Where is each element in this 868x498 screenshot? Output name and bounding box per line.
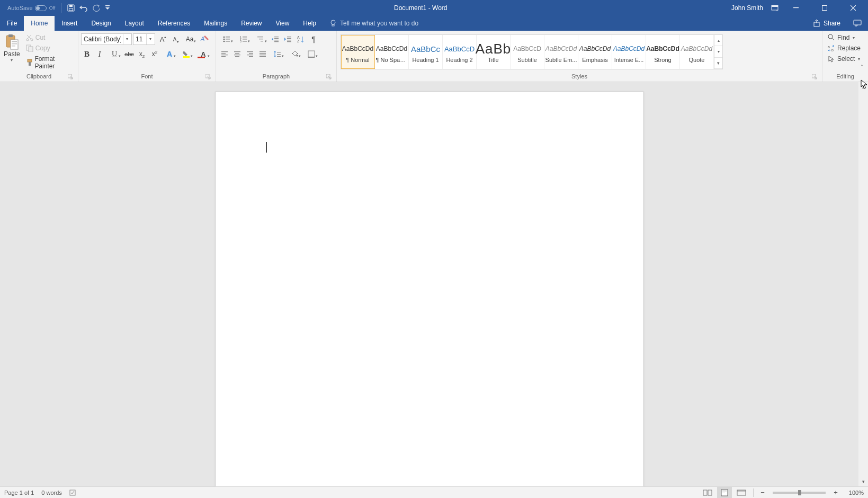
maximize-button[interactable] [813, 0, 836, 16]
clear-formatting-button[interactable]: A [199, 33, 210, 45]
copy-button[interactable]: Copy [23, 43, 75, 54]
collapse-ribbon-button[interactable]: ˄ [857, 63, 866, 71]
align-center-button[interactable] [231, 48, 243, 60]
paragraph-launcher[interactable] [326, 74, 333, 81]
replace-button[interactable]: ab Replace [825, 43, 865, 54]
scroll-down-button[interactable]: ▾ [858, 477, 868, 486]
tab-mailings[interactable]: Mailings [197, 16, 234, 31]
style-item-subtitle[interactable]: AaBbCcDSubtitle [511, 35, 544, 69]
clipboard-launcher[interactable] [68, 74, 74, 81]
underline-button[interactable]: U▾ [106, 48, 122, 60]
print-layout-button[interactable] [717, 487, 732, 499]
tab-references[interactable]: References [151, 16, 197, 31]
show-hide-marks-button[interactable]: ¶ [308, 33, 319, 45]
increase-indent-button[interactable] [282, 33, 294, 45]
font-launcher[interactable] [205, 74, 212, 81]
bold-button[interactable]: B [81, 48, 93, 60]
align-right-button[interactable] [244, 48, 256, 60]
word-count[interactable]: 0 words [41, 490, 62, 496]
save-icon[interactable] [67, 4, 75, 12]
italic-button[interactable]: I [94, 48, 105, 60]
chevron-down-icon[interactable]: ▾ [146, 34, 154, 45]
tab-design[interactable]: Design [84, 16, 118, 31]
shading-button[interactable]: ▾ [287, 48, 302, 60]
ribbon-display-options-icon[interactable] [771, 4, 779, 12]
style-item--no-spac-[interactable]: AaBbCcDd¶ No Spac... [375, 35, 409, 69]
tell-me-search[interactable]: Tell me what you want to do [323, 16, 425, 31]
tab-help[interactable]: Help [296, 16, 323, 31]
style-item-normal[interactable]: AaBbCcDdNormal [341, 35, 375, 69]
highlight-button[interactable]: ▾ [178, 48, 194, 60]
zoom-value[interactable]: 100% [843, 490, 864, 496]
font-name-input[interactable] [82, 34, 123, 45]
chevron-down-icon[interactable]: ▾ [123, 34, 130, 45]
font-size-input[interactable] [133, 34, 146, 45]
strikethrough-button[interactable]: abc [123, 48, 135, 60]
style-item-intense-e-[interactable]: AaBbCcDdIntense E... [612, 35, 646, 69]
grow-font-button[interactable]: A▴ [156, 33, 168, 45]
cut-button[interactable]: Cut [23, 32, 75, 43]
style-item-emphasis[interactable]: AaBbCcDdEmphasis [578, 35, 612, 69]
scrollbar-track[interactable] [858, 92, 868, 477]
minimize-button[interactable] [784, 0, 808, 16]
web-layout-button[interactable] [734, 487, 749, 499]
tab-insert[interactable]: Insert [55, 16, 84, 31]
zoom-slider-thumb[interactable] [798, 490, 801, 495]
change-case-button[interactable]: Aa▾ [182, 33, 198, 45]
find-button[interactable]: Find ▾ [825, 32, 865, 43]
scroll-up-button[interactable]: ▴ [858, 82, 868, 92]
chevron-down-icon[interactable]: ▾ [858, 57, 860, 61]
page-indicator[interactable]: Page 1 of 1 [4, 490, 34, 496]
tab-home[interactable]: Home [24, 16, 55, 31]
zoom-in-button[interactable]: + [831, 488, 840, 496]
multilevel-list-button[interactable]: ▾ [253, 33, 269, 45]
document-area[interactable] [0, 82, 858, 486]
page[interactable] [215, 92, 644, 486]
sort-button[interactable]: AZ [295, 33, 307, 45]
paste-button[interactable]: Paste ▾ [3, 32, 21, 72]
font-name-combo[interactable]: ▾ [81, 33, 132, 45]
style-item-heading-2[interactable]: AaBbCcDHeading 2 [443, 35, 477, 69]
redo-icon[interactable] [92, 4, 101, 12]
share-button[interactable]: Share [807, 16, 847, 31]
decrease-indent-button[interactable] [270, 33, 281, 45]
superscript-button[interactable]: x2 [149, 48, 160, 60]
zoom-slider[interactable] [773, 492, 826, 494]
line-spacing-button[interactable]: ▾ [270, 48, 285, 60]
zoom-out-button[interactable]: − [758, 488, 767, 496]
font-color-button[interactable]: A▾ [195, 48, 211, 60]
close-button[interactable] [842, 0, 865, 16]
vertical-scrollbar[interactable]: ▴ ▾ [858, 82, 868, 486]
tab-file[interactable]: File [0, 16, 24, 31]
subscript-button[interactable]: x2 [136, 48, 148, 60]
style-item-subtle-em-[interactable]: AaBbCcDdSubtle Em... [544, 35, 578, 69]
styles-expand[interactable]: ▾ [714, 58, 722, 69]
format-painter-button[interactable]: Format Painter [23, 54, 75, 72]
comments-button[interactable] [847, 16, 868, 31]
borders-button[interactable]: ▾ [303, 48, 319, 60]
undo-icon[interactable] [79, 4, 88, 12]
style-item-heading-1[interactable]: AaBbCcHeading 1 [409, 35, 443, 69]
styles-scroll-up[interactable]: ▴ [714, 35, 722, 46]
numbering-button[interactable]: 123▾ [236, 33, 252, 45]
autosave-toggle[interactable]: AutoSave Off [7, 5, 56, 11]
align-left-button[interactable] [219, 48, 230, 60]
bullets-button[interactable]: ▾ [219, 33, 235, 45]
qat-customize-icon[interactable] [105, 4, 110, 12]
shrink-font-button[interactable]: A▾ [169, 33, 181, 45]
style-item-title[interactable]: AaBbTitle [477, 35, 511, 69]
justify-button[interactable] [257, 48, 269, 60]
user-name[interactable]: John Smith [731, 4, 763, 12]
style-item-quote[interactable]: AaBbCcDdQuote [680, 35, 714, 69]
tab-review[interactable]: Review [234, 16, 269, 31]
spellcheck-button[interactable] [69, 489, 78, 496]
styles-scroll-down[interactable]: ▾ [714, 46, 722, 57]
styles-launcher[interactable] [812, 74, 818, 81]
style-item-strong[interactable]: AaBbCcDdStrong [646, 35, 680, 69]
text-effects-button[interactable]: A▾ [162, 48, 177, 60]
tab-view[interactable]: View [269, 16, 297, 31]
font-size-combo[interactable]: ▾ [133, 33, 155, 45]
chevron-down-icon[interactable]: ▾ [853, 35, 855, 40]
tab-layout[interactable]: Layout [118, 16, 151, 31]
read-mode-button[interactable] [700, 487, 715, 499]
